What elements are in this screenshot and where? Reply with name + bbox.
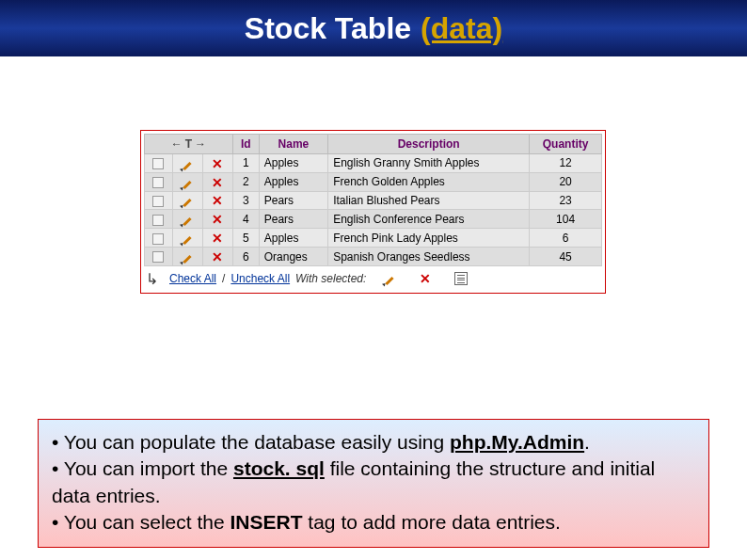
title-bar: Stock Table (data)	[0, 0, 747, 56]
delete-icon[interactable]: ✕	[211, 157, 224, 170]
table-footer: ↳ Check All / Uncheck All With selected:…	[144, 266, 602, 290]
cell-name: Oranges	[259, 248, 327, 266]
cell-description: English Granny Smith Apples	[328, 154, 530, 173]
insert-ref: INSERT	[230, 511, 303, 533]
cell-id: 2	[232, 172, 259, 191]
actions-header: ←T→	[145, 135, 233, 154]
table-row: ✕6OrangesSpanish Oranges Seedless45	[145, 248, 602, 266]
table-row: ✕5ApplesFrench Pink Lady Apples6	[145, 229, 602, 248]
row-checkbox-cell[interactable]	[145, 191, 173, 210]
cell-quantity: 6	[530, 229, 602, 248]
title-sub: (data)	[421, 11, 502, 46]
export-selected-icon[interactable]	[454, 272, 468, 285]
delete-icon[interactable]: ✕	[211, 232, 224, 245]
row-edit-cell[interactable]	[172, 229, 202, 248]
cell-name: Apples	[259, 172, 327, 191]
with-selected-label: With selected:	[295, 272, 366, 285]
row-checkbox-cell[interactable]	[145, 210, 173, 229]
col-quantity[interactable]: Quantity	[530, 135, 602, 154]
title-main: Stock Table	[245, 11, 411, 46]
note-line-1: • You can populate the database easily u…	[52, 429, 697, 456]
note-line-2: • You can import the stock. sql file con…	[52, 456, 697, 509]
select-arrow-icon: ↳	[146, 270, 158, 288]
cell-quantity: 104	[530, 210, 602, 229]
row-edit-cell[interactable]	[172, 154, 202, 173]
cell-description: Italian Blushed Pears	[328, 191, 530, 210]
checkbox-icon[interactable]	[152, 158, 164, 169]
cell-quantity: 45	[530, 248, 602, 266]
delete-icon[interactable]: ✕	[211, 194, 224, 207]
row-checkbox-cell[interactable]	[145, 248, 173, 266]
row-delete-cell[interactable]: ✕	[202, 154, 232, 173]
pencil-icon[interactable]	[181, 250, 194, 264]
cell-name: Apples	[259, 229, 327, 248]
pencil-icon[interactable]	[181, 232, 194, 245]
delete-icon[interactable]: ✕	[211, 250, 224, 264]
cell-description: French Pink Lady Apples	[328, 229, 530, 248]
row-checkbox-cell[interactable]	[145, 229, 173, 248]
row-delete-cell[interactable]: ✕	[202, 229, 232, 248]
cell-name: Pears	[259, 191, 327, 210]
checkbox-icon[interactable]	[152, 196, 164, 207]
cell-id: 4	[232, 210, 259, 229]
checkbox-icon[interactable]	[152, 215, 164, 226]
cell-name: Pears	[259, 210, 327, 229]
table-row: ✕3PearsItalian Blushed Pears23	[145, 191, 602, 210]
cell-quantity: 23	[530, 191, 602, 210]
stock-table: ←T→ Id Name Description Quantity ✕1Apple…	[144, 134, 602, 266]
row-checkbox-cell[interactable]	[145, 154, 173, 173]
cell-id: 1	[232, 154, 259, 173]
checkbox-icon[interactable]	[152, 233, 164, 245]
checkbox-icon[interactable]	[152, 251, 164, 263]
delete-icon[interactable]: ✕	[211, 176, 224, 189]
table-row: ✕2ApplesFrench Golden Apples20	[145, 172, 602, 191]
row-edit-cell[interactable]	[172, 210, 202, 229]
row-checkbox-cell[interactable]	[145, 172, 173, 191]
pencil-icon[interactable]	[181, 213, 194, 226]
cell-description: English Conference Pears	[328, 210, 530, 229]
notes-panel: • You can populate the database easily u…	[38, 419, 709, 548]
pencil-icon[interactable]	[181, 176, 194, 189]
col-name[interactable]: Name	[259, 135, 327, 154]
row-delete-cell[interactable]: ✕	[202, 191, 232, 210]
check-all-link[interactable]: Check All	[169, 272, 216, 285]
row-delete-cell[interactable]: ✕	[202, 172, 232, 191]
row-delete-cell[interactable]: ✕	[202, 210, 232, 229]
cell-id: 5	[232, 229, 259, 248]
sort-arrows-icon: ←T→	[171, 137, 206, 151]
edit-selected-icon[interactable]	[383, 272, 396, 285]
note-line-3: • You can select the INSERT tag to add m…	[52, 509, 697, 536]
row-edit-cell[interactable]	[172, 172, 202, 191]
checkbox-icon[interactable]	[152, 177, 164, 188]
uncheck-all-link[interactable]: Uncheck All	[230, 272, 290, 285]
col-description[interactable]: Description	[328, 135, 530, 154]
cell-id: 6	[232, 248, 259, 266]
cell-name: Apples	[259, 154, 327, 173]
cell-quantity: 20	[530, 172, 602, 191]
cell-description: French Golden Apples	[328, 172, 530, 191]
cell-quantity: 12	[530, 154, 602, 173]
delete-icon[interactable]: ✕	[211, 213, 224, 226]
col-id[interactable]: Id	[232, 135, 259, 154]
phpmyadmin-ref: php.My.Admin	[450, 431, 584, 453]
row-edit-cell[interactable]	[172, 248, 202, 266]
row-edit-cell[interactable]	[172, 191, 202, 210]
table-row: ✕4PearsEnglish Conference Pears104	[145, 210, 602, 229]
cell-description: Spanish Oranges Seedless	[328, 248, 530, 266]
table-row: ✕1ApplesEnglish Granny Smith Apples12	[145, 154, 602, 173]
pencil-icon[interactable]	[181, 194, 194, 207]
delete-selected-icon[interactable]: ✕	[419, 272, 432, 285]
cell-id: 3	[232, 191, 259, 210]
pencil-icon[interactable]	[181, 157, 194, 170]
stock-table-panel: ←T→ Id Name Description Quantity ✕1Apple…	[140, 130, 606, 294]
row-delete-cell[interactable]: ✕	[202, 248, 232, 266]
separator: /	[222, 272, 225, 285]
stock-sql-ref: stock. sql	[233, 457, 325, 479]
